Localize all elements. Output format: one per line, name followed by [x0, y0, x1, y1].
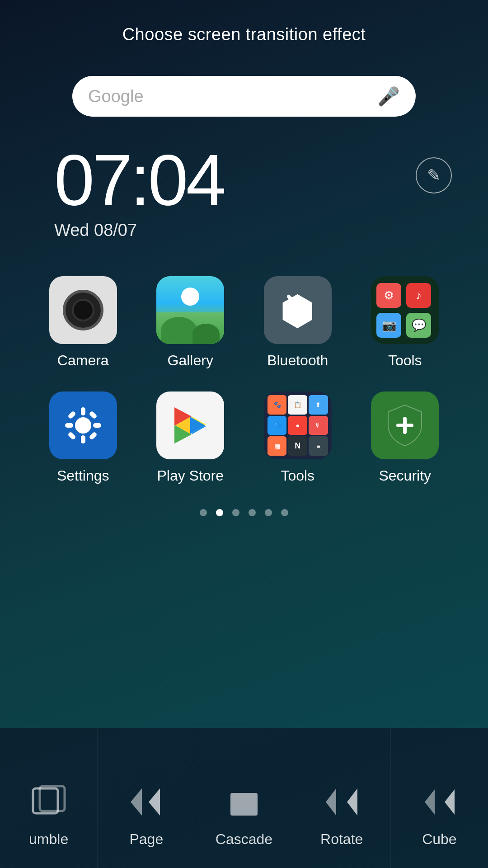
app-item-gallery[interactable]: Gallery [144, 276, 238, 369]
svg-rect-3 [65, 423, 73, 428]
search-text: Google [88, 87, 377, 106]
dot-1[interactable] [216, 509, 223, 516]
transition-cascade[interactable]: Cascade [195, 728, 293, 868]
transition-label-rotate: Rotate [320, 831, 363, 848]
app-label-camera: Camera [57, 352, 109, 369]
app-item-tools[interactable]: ⚙ ♪ 📷 💬 Tools [358, 276, 452, 369]
transition-label-tumble: umble [29, 831, 68, 848]
app-label-gallery: Gallery [168, 352, 213, 369]
clock-date: Wed 08/07 [54, 221, 224, 240]
transitions-bar: umble Page Cascade Rotate [0, 728, 488, 868]
bluetooth-symbol-svg [280, 290, 316, 330]
edit-icon: ✎ [427, 166, 441, 185]
svg-marker-20 [149, 788, 160, 816]
svg-point-0 [75, 417, 91, 434]
app-label-playstore: Play Store [157, 467, 224, 484]
app-label-security: Security [379, 467, 431, 484]
clock-time: 07:04 [54, 144, 224, 216]
svg-marker-22 [326, 788, 336, 816]
svg-rect-7 [89, 431, 98, 440]
dot-2[interactable] [232, 509, 239, 516]
dot-3[interactable] [249, 509, 256, 516]
app-item-tools2[interactable]: 🐾 📋 ⬆ 🔷 ● 🎙 ▦ N ≡ Tools [251, 392, 345, 484]
app-item-security[interactable]: Security [358, 392, 452, 484]
svg-rect-8 [67, 431, 76, 440]
playstore-icon [170, 405, 211, 446]
mic-icon[interactable]: 🎤 [377, 86, 400, 107]
app-label-tools2: Tools [281, 467, 314, 484]
svg-rect-5 [67, 410, 76, 420]
transition-tumble[interactable]: umble [0, 728, 98, 868]
transition-page[interactable]: Page [98, 728, 195, 868]
svg-rect-18 [40, 786, 65, 811]
svg-rect-4 [93, 423, 101, 428]
svg-marker-23 [347, 788, 357, 816]
transition-label-cube: Cube [422, 831, 457, 848]
transition-label-cascade: Cascade [216, 831, 272, 848]
cube-icon [421, 784, 457, 820]
app-item-bluetooth[interactable]: ⬢ Bluetooth [251, 276, 345, 369]
app-label-settings: Settings [57, 467, 109, 484]
transition-label-page: Page [129, 831, 163, 848]
header-title: Choose screen transition effect [0, 0, 488, 44]
search-bar[interactable]: Google 🎤 [72, 76, 416, 117]
tumble-icon [31, 784, 67, 820]
svg-rect-2 [81, 435, 85, 443]
svg-marker-25 [445, 789, 455, 815]
transition-cube[interactable]: Cube [391, 728, 488, 868]
cascade-icon [226, 784, 262, 820]
svg-rect-17 [33, 788, 58, 813]
rotate-icon [324, 784, 360, 820]
dot-0[interactable] [200, 509, 207, 516]
transition-rotate[interactable]: Rotate [293, 728, 391, 868]
svg-rect-21 [230, 793, 258, 816]
app-item-settings[interactable]: Settings [36, 392, 130, 484]
dot-5[interactable] [281, 509, 288, 516]
app-item-playstore[interactable]: Play Store [144, 392, 238, 484]
svg-marker-19 [131, 788, 142, 816]
svg-rect-1 [81, 407, 85, 415]
app-label-bluetooth: Bluetooth [267, 352, 328, 369]
security-icon [385, 403, 425, 448]
page-indicators [0, 509, 488, 516]
app-item-camera[interactable]: Camera [36, 276, 130, 369]
svg-rect-6 [89, 410, 98, 420]
app-label-tools: Tools [388, 352, 422, 369]
svg-marker-24 [425, 789, 435, 815]
page-icon [128, 784, 164, 820]
settings-icon [63, 405, 103, 446]
dot-4[interactable] [265, 509, 272, 516]
edit-button[interactable]: ✎ [416, 157, 452, 193]
